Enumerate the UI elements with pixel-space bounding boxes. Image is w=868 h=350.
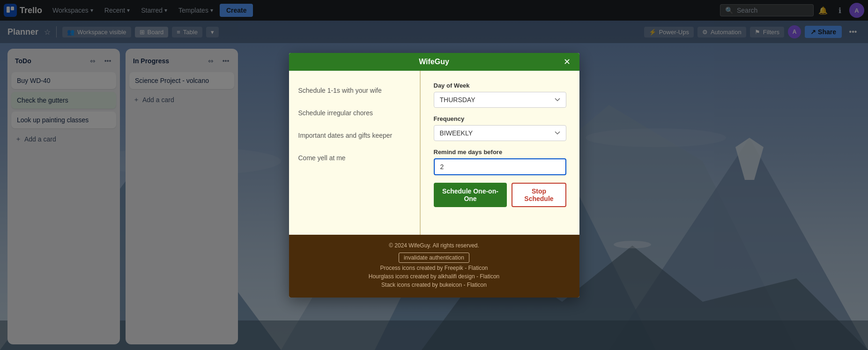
frequency-label: Frequency (434, 115, 566, 122)
modal-body: Schedule 1-1s with your wife Schedule ir… (289, 71, 579, 235)
sidebar-item-yell[interactable]: Come yell at me (298, 152, 410, 164)
remind-days-label: Remind me days before (434, 149, 566, 156)
stop-schedule-button[interactable]: Stop Schedule (512, 183, 566, 207)
footer-copyright: © 2024 WifeGuy. All rights reserved. (298, 242, 570, 249)
modal-overlay[interactable]: WifeGuy ✕ Schedule 1-1s with your wife S… (0, 21, 868, 350)
modal-form: Day of Week THURSDAY MONDAY TUESDAY WEDN… (421, 71, 579, 235)
schedule-one-on-one-button[interactable]: Schedule One-on-One (434, 183, 507, 207)
day-of-week-label: Day of Week (434, 82, 566, 89)
frequency-select[interactable]: BIWEEKLY WEEKLY MONTHLY (434, 125, 566, 141)
sidebar-item-schedule-1-1s[interactable]: Schedule 1-1s with your wife (298, 85, 410, 96)
modal-sidebar: Schedule 1-1s with your wife Schedule ir… (289, 71, 420, 235)
day-of-week-select[interactable]: THURSDAY MONDAY TUESDAY WEDNESDAY FRIDAY… (434, 92, 566, 108)
modal-close-button[interactable]: ✕ (561, 55, 574, 68)
sidebar-item-important-dates[interactable]: Important dates and gifts keeper (298, 130, 410, 141)
wifeguy-modal: WifeGuy ✕ Schedule 1-1s with your wife S… (289, 53, 579, 298)
invalidate-auth-button[interactable]: invalidate authentication (399, 253, 469, 263)
remind-days-group: Remind me days before (434, 149, 566, 175)
footer-credits-2: Hourglass icons created by alkhalifi des… (298, 273, 570, 280)
day-of-week-group: Day of Week THURSDAY MONDAY TUESDAY WEDN… (434, 82, 566, 108)
modal-footer: © 2024 WifeGuy. All rights reserved. inv… (289, 235, 579, 298)
sidebar-item-irregular-chores[interactable]: Schedule irregular chores (298, 107, 410, 119)
footer-credits-3: Stack icons created by bukeicon - Flatic… (298, 282, 570, 288)
footer-credits-1: Process icons created by Freepik - Flati… (298, 265, 570, 271)
modal-title: WifeGuy (419, 58, 449, 66)
modal-header: WifeGuy ✕ (289, 53, 579, 71)
frequency-group: Frequency BIWEEKLY WEEKLY MONTHLY (434, 115, 566, 141)
remind-days-input[interactable] (434, 158, 566, 175)
modal-actions: Schedule One-on-One Stop Schedule (434, 183, 566, 207)
